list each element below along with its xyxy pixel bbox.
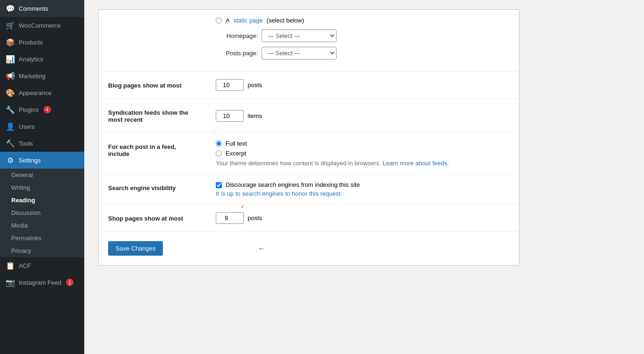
- submenu-label: Media: [11, 222, 28, 229]
- submenu-item-writing[interactable]: Writing: [0, 181, 84, 194]
- static-page-suffix: (select below): [267, 17, 304, 24]
- comments-icon: 💬: [6, 4, 15, 13]
- woocommerce-icon: 🛒: [6, 21, 15, 30]
- search-engine-checkbox-row: Discourage search engines from indexing …: [216, 181, 510, 188]
- sidebar-item-label: ACF: [19, 262, 31, 269]
- static-page-label-cell: [99, 10, 206, 72]
- submenu-item-discussion[interactable]: Discussion: [0, 206, 84, 219]
- blog-pages-suffix: posts: [248, 81, 262, 88]
- main-content: A static page (select below) Homepage: —…: [84, 0, 644, 354]
- search-engine-checkbox-label: Discourage search engines from indexing …: [226, 181, 360, 188]
- sidebar-item-products[interactable]: 📦 Products: [0, 34, 84, 51]
- save-changes-button[interactable]: Save Changes: [108, 241, 163, 256]
- marketing-icon: 📢: [6, 71, 15, 81]
- homepage-select-row: Homepage: — Select — Posts page: — Selec…: [216, 30, 510, 59]
- sidebar-item-label: Comments: [19, 5, 48, 12]
- sidebar: 💬 Comments 🛒 WooCommerce 📦 Products 📊 An…: [0, 0, 84, 354]
- submenu-item-general[interactable]: General: [0, 169, 84, 181]
- posts-page-select[interactable]: — Select —: [262, 47, 337, 59]
- sidebar-item-label: Users: [19, 123, 35, 130]
- excerpt-row: Excerpt: [216, 150, 510, 157]
- settings-form: A static page (select below) Homepage: —…: [98, 9, 520, 266]
- blog-pages-input-cell: posts: [206, 72, 519, 99]
- shop-pages-label: Shop pages show at most: [99, 205, 206, 232]
- settings-submenu: General Writing Reading ← Discussion Med…: [0, 169, 84, 257]
- feed-description: Your theme determines how content is dis…: [216, 160, 510, 167]
- syndication-input[interactable]: [216, 110, 244, 122]
- settings-table: A static page (select below) Homepage: —…: [99, 10, 519, 232]
- sidebar-item-appearance[interactable]: 🎨 Appearance: [0, 84, 84, 101]
- static-page-row: A static page (select below) Homepage: —…: [99, 10, 519, 72]
- feed-learn-more-link[interactable]: Learn more about feeds: [383, 160, 447, 167]
- sidebar-item-label: Analytics: [19, 56, 43, 63]
- syndication-row: Syndication feeds show the most recent i…: [99, 99, 519, 133]
- homepage-label: Homepage:: [216, 32, 258, 39]
- sidebar-item-label: Plugins: [19, 106, 39, 113]
- shop-pages-input[interactable]: [216, 212, 244, 224]
- shop-pages-input-cell: posts ↓: [206, 205, 519, 232]
- save-arrow-indicator: ←: [258, 244, 265, 253]
- sidebar-item-analytics[interactable]: 📊 Analytics: [0, 51, 84, 67]
- syndication-label: Syndication feeds show the most recent: [99, 99, 206, 133]
- syndication-input-cell: items: [206, 99, 519, 133]
- submenu-label: General: [11, 171, 33, 178]
- submenu-item-reading[interactable]: Reading ←: [0, 194, 84, 206]
- users-icon: 👤: [6, 122, 15, 131]
- static-page-link[interactable]: static page: [234, 17, 263, 24]
- sidebar-item-tools[interactable]: 🔨 Tools: [0, 135, 84, 152]
- static-page-content-cell: A static page (select below) Homepage: —…: [206, 10, 519, 72]
- blog-pages-row: Blog pages show at most posts: [99, 72, 519, 99]
- static-page-radio[interactable]: [216, 17, 222, 23]
- search-engine-content: Discourage search engines from indexing …: [206, 174, 519, 205]
- sidebar-item-label: Appearance: [19, 89, 51, 96]
- submenu-label: Reading: [11, 197, 35, 204]
- sidebar-item-woocommerce[interactable]: 🛒 WooCommerce: [0, 17, 84, 34]
- submenu-item-privacy[interactable]: Privacy: [0, 244, 84, 257]
- instagram-badge: 1: [66, 279, 73, 286]
- sidebar-item-comments[interactable]: 💬 Comments: [0, 0, 84, 17]
- full-text-label: Full text: [226, 140, 247, 147]
- feed-include-content: Full text Excerpt Your theme determines …: [206, 133, 519, 174]
- submenu-item-permalinks[interactable]: Permalinks: [0, 232, 84, 244]
- search-engine-label: Search engine visibility: [99, 174, 206, 205]
- appearance-icon: 🎨: [6, 88, 15, 97]
- plugins-badge: 4: [44, 106, 51, 113]
- full-text-row: Full text: [216, 140, 510, 147]
- settings-icon: ⚙: [6, 155, 15, 165]
- products-icon: 📦: [6, 37, 15, 47]
- blog-pages-input[interactable]: [216, 79, 244, 91]
- sidebar-item-users[interactable]: 👤 Users: [0, 118, 84, 135]
- submenu-label: Privacy: [11, 247, 31, 254]
- posts-page-label: Posts page:: [216, 50, 258, 57]
- full-text-radio[interactable]: [216, 140, 222, 147]
- excerpt-label: Excerpt: [226, 150, 246, 157]
- sidebar-item-label: Products: [19, 39, 43, 46]
- blog-pages-label: Blog pages show at most: [99, 72, 206, 99]
- feed-include-label: For each post in a feed, include: [99, 133, 206, 174]
- search-engine-note: It is up to search engines to honor this…: [216, 190, 510, 197]
- sidebar-item-label: Instagram Feed: [19, 279, 61, 286]
- search-engine-row: Search engine visibility Discourage sear…: [99, 174, 519, 205]
- submenu-label: Permalinks: [11, 235, 41, 242]
- syndication-suffix: items: [248, 112, 262, 119]
- save-row: Save Changes ←: [99, 232, 519, 265]
- sidebar-item-acf[interactable]: 📋 ACF: [0, 257, 84, 274]
- sidebar-item-plugins[interactable]: 🔧 Plugins 4: [0, 101, 84, 118]
- acf-icon: 📋: [6, 261, 15, 270]
- excerpt-radio[interactable]: [216, 150, 222, 156]
- sidebar-item-label: WooCommerce: [19, 22, 61, 29]
- sidebar-item-label: Settings: [19, 157, 41, 164]
- shop-pages-suffix: posts: [248, 214, 262, 221]
- homepage-select[interactable]: — Select —: [262, 30, 337, 42]
- sidebar-item-instagram[interactable]: 📷 Instagram Feed 1: [0, 274, 84, 291]
- search-engine-checkbox[interactable]: [216, 182, 222, 188]
- sidebar-item-label: Tools: [19, 140, 33, 147]
- submenu-item-media[interactable]: Media: [0, 219, 84, 232]
- submenu-label: Discussion: [11, 209, 41, 216]
- plugins-icon: 🔧: [6, 105, 15, 114]
- static-page-radio-row: A static page (select below): [216, 17, 510, 24]
- sidebar-item-marketing[interactable]: 📢 Marketing: [0, 67, 84, 84]
- sidebar-item-label: Marketing: [19, 73, 45, 80]
- sidebar-item-settings[interactable]: ⚙ Settings ←: [0, 152, 84, 169]
- static-page-text: A: [226, 17, 230, 24]
